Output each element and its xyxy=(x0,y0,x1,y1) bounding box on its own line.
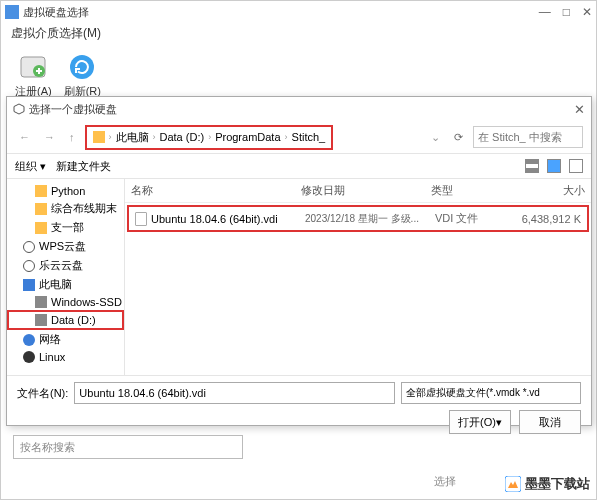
svg-point-2 xyxy=(70,55,94,79)
cube-icon xyxy=(13,103,25,115)
sidebar-item[interactable]: WPS云盘 xyxy=(7,237,124,256)
name-search-input[interactable]: 按名称搜索 xyxy=(13,435,243,459)
sidebar-item[interactable]: Linux xyxy=(7,349,124,365)
select-label: 选择 xyxy=(434,474,456,489)
cancel-button[interactable]: 取消 xyxy=(519,410,581,434)
sidebar: Python综合布线期末支一部WPS云盘乐云云盘此电脑Windows-SSDDa… xyxy=(7,179,125,375)
menu-item[interactable]: 虚拟介质选择(M) xyxy=(1,23,596,45)
window-title: 虚拟硬盘选择 xyxy=(23,5,89,20)
sidebar-item[interactable]: Data (D:) xyxy=(7,310,124,330)
view-list-icon[interactable] xyxy=(525,159,539,173)
pc-icon xyxy=(23,279,35,291)
dialog-title: 选择一个虚拟硬盘 xyxy=(29,102,117,117)
sidebar-item[interactable]: 此电脑 xyxy=(7,275,124,294)
sidebar-item[interactable]: Windows-SSD xyxy=(7,294,124,310)
chevron-down-icon[interactable]: ⌄ xyxy=(427,129,444,146)
sidebar-item[interactable]: 综合布线期末 xyxy=(7,199,124,218)
folder-icon xyxy=(35,203,47,215)
refresh-icon xyxy=(64,49,100,84)
open-button[interactable]: 打开(O) ▾ xyxy=(449,410,511,434)
sidebar-item[interactable]: 乐云云盘 xyxy=(7,256,124,275)
close-button[interactable]: ✕ xyxy=(582,5,592,19)
file-icon xyxy=(135,212,147,226)
drive-icon xyxy=(35,314,47,326)
view-grid-icon[interactable] xyxy=(547,159,561,173)
filename-label: 文件名(N): xyxy=(17,386,68,401)
nav-fwd-button[interactable]: → xyxy=(40,129,59,145)
file-list: 名称 修改日期 类型 大小 Ubuntu 18.04.6 (64bit).vdi… xyxy=(125,179,591,375)
folder-icon xyxy=(93,131,105,143)
col-type[interactable]: 类型 xyxy=(431,183,501,198)
col-date[interactable]: 修改日期 xyxy=(301,183,431,198)
folder-icon xyxy=(35,185,47,197)
cloud-icon xyxy=(23,260,35,272)
nav-up-button[interactable]: ↑ xyxy=(65,129,79,145)
watermark: 墨墨下载站 xyxy=(505,475,590,493)
nav-back-button[interactable]: ← xyxy=(15,129,34,145)
plus-disk-icon xyxy=(15,49,51,84)
sidebar-item[interactable]: 支一部 xyxy=(7,218,124,237)
sidebar-item[interactable]: 网络 xyxy=(7,330,124,349)
net-icon xyxy=(23,334,35,346)
file-filter-select[interactable]: 全部虚拟硬盘文件(*.vmdk *.vd xyxy=(401,382,581,404)
organize-menu[interactable]: 组织 ▾ xyxy=(15,159,46,174)
dialog-close-button[interactable]: ✕ xyxy=(574,102,585,117)
cloud-icon xyxy=(23,241,35,253)
reload-button[interactable]: ⟳ xyxy=(450,129,467,146)
search-input[interactable] xyxy=(473,126,583,148)
drive-icon xyxy=(35,296,47,308)
app-icon xyxy=(5,5,19,19)
new-folder-button[interactable]: 新建文件夹 xyxy=(56,159,111,174)
svg-rect-3 xyxy=(505,476,521,492)
breadcrumb[interactable]: › 此电脑› Data (D:)› ProgramData› Stitch_ xyxy=(85,125,334,150)
folder-icon xyxy=(35,222,47,234)
sidebar-item[interactable]: Python xyxy=(7,183,124,199)
refresh-button[interactable]: 刷新(R) xyxy=(64,49,101,99)
brand-logo-icon xyxy=(505,476,521,492)
view-detail-icon[interactable] xyxy=(569,159,583,173)
file-row[interactable]: Ubuntu 18.04.6 (64bit).vdi 2023/12/18 星期… xyxy=(127,205,589,232)
col-size[interactable]: 大小 xyxy=(501,183,585,198)
minimize-button[interactable]: — xyxy=(539,5,551,19)
register-button[interactable]: 注册(A) xyxy=(15,49,52,99)
file-dialog: 选择一个虚拟硬盘 ✕ ← → ↑ › 此电脑› Data (D:)› Progr… xyxy=(6,96,592,426)
col-name[interactable]: 名称 xyxy=(131,183,301,198)
tux-icon xyxy=(23,351,35,363)
filename-input[interactable] xyxy=(74,382,395,404)
maximize-button[interactable]: □ xyxy=(563,5,570,19)
